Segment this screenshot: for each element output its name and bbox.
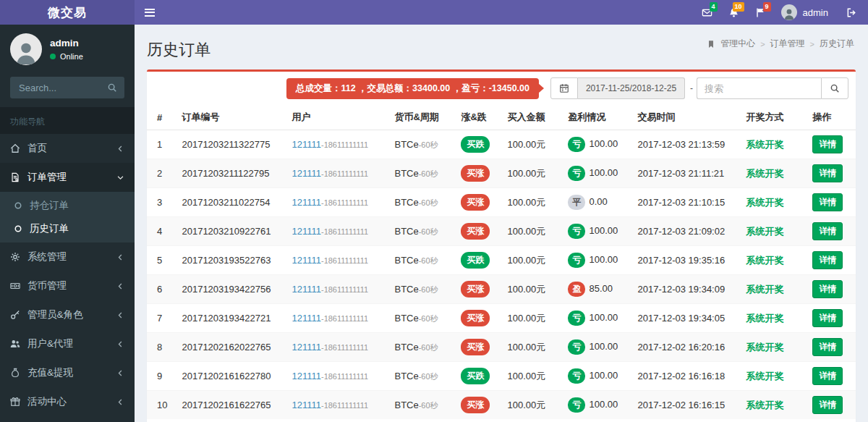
online-status-dot bbox=[50, 54, 56, 59]
user-link[interactable]: 121111 bbox=[292, 255, 321, 266]
sidebar-item-open-orders[interactable]: 持仓订单 bbox=[0, 194, 135, 217]
sidebar-toggle-button[interactable] bbox=[135, 0, 165, 25]
detail-button[interactable]: 详情 bbox=[812, 164, 843, 182]
currency-cell: BTCe-60秒 bbox=[387, 217, 454, 246]
user-link[interactable]: 121111 bbox=[292, 400, 321, 410]
breadcrumb-current: 历史订单 bbox=[820, 38, 854, 50]
sidebar-item-recharge-withdraw[interactable]: 充值&提现 bbox=[0, 358, 135, 387]
user-link[interactable]: 121111 bbox=[292, 226, 321, 237]
tasks-menu[interactable]: 9 bbox=[747, 0, 774, 25]
draw-method: 系统开奖 bbox=[739, 130, 805, 159]
detail-button[interactable]: 详情 bbox=[812, 396, 843, 414]
brand-logo[interactable]: 微交易 bbox=[0, 0, 135, 25]
col-currency-period: 货币&周期 bbox=[387, 105, 454, 130]
date-range-group bbox=[550, 77, 685, 99]
direction-cell: 买涨 bbox=[454, 217, 500, 246]
calendar-button[interactable] bbox=[550, 77, 578, 99]
detail-button[interactable]: 详情 bbox=[812, 367, 843, 385]
notifications-count-badge: 10 bbox=[733, 2, 744, 12]
order-number: 20171203193522763 bbox=[174, 246, 284, 275]
trade-time: 2017-12-03 19:34:05 bbox=[630, 304, 739, 333]
user-link[interactable]: 121111 bbox=[292, 168, 321, 179]
sidebar-item-users-agents[interactable]: 用户&代理 bbox=[0, 329, 135, 358]
row-index: 10 bbox=[147, 391, 174, 420]
user-phone: -18611111111 bbox=[321, 169, 368, 178]
order-number: 20171203193422721 bbox=[174, 304, 284, 333]
action-cell: 详情 bbox=[805, 275, 856, 304]
user-cell: 121111-18611111111 bbox=[284, 362, 387, 391]
money-icon bbox=[10, 281, 20, 291]
chevron-left-icon bbox=[116, 282, 124, 290]
direction-badge: 买跌 bbox=[461, 252, 490, 269]
row-index: 6 bbox=[147, 275, 174, 304]
chevron-left-icon bbox=[116, 311, 124, 319]
breadcrumb: 管理中心 > 订单管理 > 历史订单 bbox=[707, 38, 854, 50]
user-menu[interactable]: admin bbox=[774, 4, 835, 20]
table-row: 3 20171203211022754 121111-18611111111 B… bbox=[147, 188, 856, 217]
date-range-input[interactable] bbox=[578, 77, 685, 99]
table-header-row: # 订单编号 用户 货币&周期 涨&跌 买入金额 盈利情况 交易时间 开奖方式 … bbox=[147, 105, 856, 130]
detail-button[interactable]: 详情 bbox=[812, 251, 843, 269]
user-phone: -18611111111 bbox=[321, 372, 368, 381]
draw-method: 系统开奖 bbox=[739, 217, 805, 246]
sidebar-item-currency[interactable]: 货币管理 bbox=[0, 271, 135, 300]
currency-name: BTCe bbox=[394, 168, 418, 179]
user-cell: 121111-18611111111 bbox=[284, 159, 387, 188]
search-icon[interactable] bbox=[107, 83, 117, 93]
sidebar-search-input[interactable] bbox=[17, 82, 103, 94]
messages-count-badge: 4 bbox=[710, 2, 718, 12]
direction-cell: 买涨 bbox=[454, 333, 500, 362]
direction-badge: 买跌 bbox=[461, 368, 490, 384]
draw-method: 系统开奖 bbox=[739, 304, 805, 333]
search-button[interactable] bbox=[821, 77, 848, 99]
detail-button[interactable]: 详情 bbox=[812, 222, 843, 240]
buy-amount: 100.00元 bbox=[500, 275, 561, 304]
direction-badge: 买涨 bbox=[461, 165, 490, 182]
breadcrumb-middle[interactable]: 订单管理 bbox=[770, 38, 805, 50]
user-link[interactable]: 121111 bbox=[292, 139, 321, 150]
currency-name: BTCe bbox=[394, 197, 418, 208]
table-search-input[interactable] bbox=[697, 77, 821, 99]
user-cell: 121111-18611111111 bbox=[284, 304, 387, 333]
user-link[interactable]: 121111 bbox=[292, 371, 321, 381]
main-content: 历史订单 管理中心 > 订单管理 > 历史订单 总成交量：112 ，交易总额：3… bbox=[135, 25, 868, 422]
profit-value: 100.00 bbox=[589, 312, 618, 323]
direction-cell: 买跌 bbox=[454, 246, 500, 275]
logout-button[interactable] bbox=[835, 0, 868, 25]
detail-button[interactable]: 详情 bbox=[812, 309, 843, 327]
orders-table: # 订单编号 用户 货币&周期 涨&跌 买入金额 盈利情况 交易时间 开奖方式 … bbox=[147, 105, 856, 419]
detail-button[interactable]: 详情 bbox=[812, 338, 843, 356]
breadcrumb-root[interactable]: 管理中心 bbox=[720, 38, 755, 50]
summary-badge: 总成交量：112 ，交易总额：33400.00 ，盈亏：-13450.00 bbox=[286, 78, 539, 99]
currency-name: BTCe bbox=[394, 342, 418, 353]
sidebar-search-box bbox=[10, 77, 124, 98]
user-link[interactable]: 121111 bbox=[292, 342, 321, 353]
sidebar-item-activity-center[interactable]: 活动中心 bbox=[0, 387, 135, 416]
user-link[interactable]: 121111 bbox=[292, 197, 321, 208]
detail-button[interactable]: 详情 bbox=[812, 193, 843, 211]
order-number: 20171202161622780 bbox=[174, 362, 284, 391]
profit-cell: 亏100.00 bbox=[561, 159, 630, 188]
topbar: 微交易 4 10 bbox=[0, 0, 868, 25]
table-row: 8 20171202162022765 121111-18611111111 B… bbox=[147, 333, 856, 362]
detail-button[interactable]: 详情 bbox=[812, 135, 843, 153]
draw-method: 系统开奖 bbox=[739, 391, 805, 420]
bookmark-icon bbox=[707, 40, 715, 48]
user-link[interactable]: 121111 bbox=[292, 284, 321, 295]
profit-badge: 亏 bbox=[568, 339, 585, 355]
action-cell: 详情 bbox=[805, 333, 856, 362]
sidebar-item-orders[interactable]: 订单管理 bbox=[0, 163, 135, 192]
notifications-menu[interactable]: 10 bbox=[720, 0, 747, 25]
messages-menu[interactable]: 4 bbox=[694, 0, 720, 25]
sidebar-item-history-orders[interactable]: 历史订单 bbox=[0, 217, 135, 240]
profit-cell: 亏100.00 bbox=[561, 217, 630, 246]
profit-cell: 亏100.00 bbox=[561, 362, 630, 391]
col-direction: 涨&跌 bbox=[454, 105, 500, 130]
sidebar-item-admins-roles[interactable]: 管理员&角色 bbox=[0, 300, 135, 329]
sidebar: admin Online 功能导航 首页 bbox=[0, 25, 135, 422]
col-trade-time: 交易时间 bbox=[630, 105, 739, 130]
sidebar-item-system[interactable]: 系统管理 bbox=[0, 242, 135, 271]
sidebar-item-home[interactable]: 首页 bbox=[0, 134, 135, 163]
detail-button[interactable]: 详情 bbox=[812, 280, 843, 298]
user-link[interactable]: 121111 bbox=[292, 313, 321, 324]
